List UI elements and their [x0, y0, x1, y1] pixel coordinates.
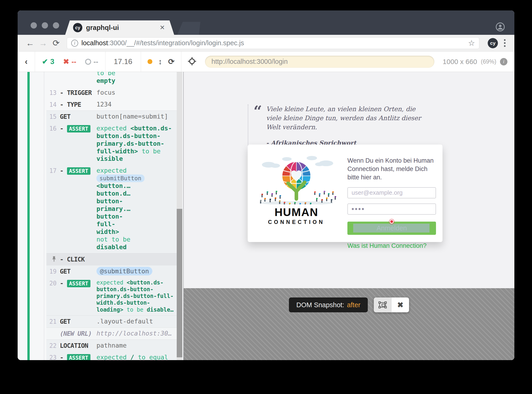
viewport-info: 1000 x 660 (69%) i [443, 58, 514, 66]
pin-icon [46, 255, 60, 263]
omnibox[interactable]: i localhost :3000/__/#/tests/integration… [67, 37, 479, 49]
pending-count[interactable]: -- [85, 57, 98, 66]
close-window-button[interactable] [31, 22, 37, 29]
restart-tests-icon[interactable]: ⟳ [168, 57, 175, 66]
tab-title: graphql-ui [86, 24, 158, 31]
check-icon: ✔ [42, 57, 48, 66]
passed-count[interactable]: ✔ 3 [42, 57, 54, 66]
log-row[interactable]: 17- ASSERTexpected submitButton <button.… [46, 165, 177, 253]
traffic-lights[interactable] [31, 22, 59, 29]
tab-close-icon[interactable]: ✕ [158, 23, 166, 32]
logo-column: HUMAN CONNECTION [248, 145, 345, 242]
reporter-scrollbar[interactable] [177, 72, 182, 360]
log-row[interactable]: 23- ASSERTexpected / to equal / [46, 352, 177, 360]
click-event-dot-icon [390, 219, 394, 224]
browser-tab[interactable]: cy graphql-ui ✕ [65, 21, 174, 35]
forward-icon[interactable]: → [37, 38, 50, 48]
close-icon: ✖ [397, 301, 404, 309]
app-url-field[interactable]: http://localhost:3000/login [205, 56, 434, 68]
log-row[interactable]: 13- TRIGGERfocus [46, 87, 177, 98]
new-tab-button[interactable] [177, 22, 200, 35]
viewport-size: 1000 x 660 [443, 58, 477, 66]
url-path: :3000/__/#/tests/integration/login/login… [108, 39, 466, 47]
failed-count[interactable]: ✖ -- [63, 57, 76, 66]
dom-snapshot-pill: DOM Snapshot: after [289, 297, 368, 312]
test-pass-indicator-bar [27, 72, 30, 360]
test-duration: 17.16 [106, 57, 141, 66]
collapse-reporter-button[interactable]: ‹ [18, 57, 35, 67]
browser-window: cy graphql-ui ✕ ← → ⟳ i localhost :3000/… [18, 10, 514, 360]
human-connection-logo-illustration [255, 156, 338, 204]
address-bar: ← → ⟳ i localhost :3000/__/#/tests/integ… [18, 35, 514, 52]
log-row[interactable]: 19GET@submitButton [46, 265, 177, 277]
selector-playground-icon[interactable] [181, 57, 203, 67]
dom-snapshot-label: DOM Snapshot: [296, 301, 344, 309]
main-split: to be empty13- TRIGGERfocus14- TYPE12341… [18, 72, 514, 360]
test-stats: ✔ 3 ✖ -- -- [35, 57, 105, 66]
password-field[interactable] [348, 203, 436, 215]
quote-mark-icon: “ [253, 104, 262, 146]
app-under-test: “ Viele kleine Leute, an vielen kleinen … [183, 72, 514, 360]
what-is-link[interactable]: Was ist Human Connection? [348, 242, 426, 249]
command-log: to be empty13- TRIGGERfocus14- TYPE12341… [18, 72, 183, 360]
browser-menu-icon[interactable] [501, 39, 508, 47]
log-row[interactable]: (NEW URL)http://localhost:30… [46, 327, 177, 339]
log-row[interactable]: 21GET.layout-default [46, 315, 177, 327]
reload-icon[interactable]: ⟳ [50, 38, 63, 48]
login-intro-text: Wenn Du ein Konto bei Human Connection h… [348, 157, 436, 182]
log-row[interactable]: 16- ASSERTexpected <button.ds- button.ds… [46, 123, 177, 165]
dom-snapshot-state: after [347, 301, 360, 309]
viewport-zoom: (69%) [481, 58, 496, 65]
toggle-highlights-button[interactable] [374, 297, 391, 312]
viewport-info-icon[interactable]: i [500, 58, 507, 65]
dom-snapshot-bar: DOM Snapshot: after [289, 297, 409, 312]
profile-avatar-icon[interactable] [495, 22, 505, 32]
auto-scroll-dot-icon[interactable] [148, 59, 152, 64]
logo-text-human: HUMAN [275, 206, 318, 218]
cypress-toolbar: ‹ ✔ 3 ✖ -- -- 17.16 ↕ ⟳ http [18, 52, 514, 72]
quote-text: Viele kleine Leute, an vielen kleinen Or… [266, 104, 429, 132]
log-row[interactable]: 14- TYPE1234 [46, 98, 177, 110]
log-row[interactable]: to be empty [46, 72, 177, 87]
close-snapshot-button[interactable]: ✖ [391, 297, 409, 312]
url-host: localhost [82, 39, 108, 47]
log-row[interactable]: 15GETbutton[name=submit] [46, 110, 177, 123]
page-info-icon[interactable]: i [71, 40, 78, 47]
titlebar: cy graphql-ui ✕ [18, 10, 514, 35]
log-row[interactable]: 22LOCATIONpathname [46, 339, 177, 352]
cypress-extension-icon[interactable]: cy [488, 38, 498, 48]
element-highlight-overlay [353, 224, 430, 233]
quote-block: “ Viele kleine Leute, an vielen kleinen … [248, 104, 438, 146]
cypress-favicon: cy [73, 23, 82, 32]
cross-icon: ✖ [63, 57, 69, 66]
log-dotted-guide [44, 72, 44, 360]
minimize-window-button[interactable] [42, 22, 48, 29]
command-log-rows: to be empty13- TRIGGERfocus14- TYPE12341… [46, 72, 177, 360]
log-row[interactable]: - CLICK [46, 253, 177, 265]
scroll-toggle-icon[interactable]: ↕ [159, 57, 162, 66]
login-card: HUMAN CONNECTION Wenn Du ein Konto bei H… [248, 145, 442, 242]
runner-controls: ↕ ⟳ [141, 57, 181, 66]
logo-text-connection: CONNECTION [268, 219, 325, 225]
reporter-scrollbar-thumb[interactable] [177, 209, 182, 357]
log-row[interactable]: 20- ASSERTexpected <button.ds- button.ds… [46, 277, 177, 315]
pending-circle-icon [85, 59, 91, 65]
login-form: Wenn Du ein Konto bei Human Connection h… [345, 145, 442, 242]
zoom-window-button[interactable] [53, 22, 59, 29]
email-field[interactable] [348, 187, 436, 198]
back-icon[interactable]: ← [24, 38, 37, 48]
bookmark-star-icon[interactable]: ☆ [468, 39, 475, 47]
